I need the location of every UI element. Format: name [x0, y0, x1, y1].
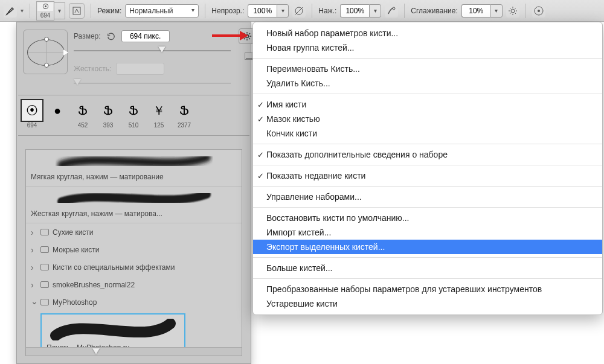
opacity-dd-icon[interactable] [277, 4, 289, 18]
recent-brush-strip: ⦿694●Ֆ452Ֆ393Ֆ510￥125Ֆ2377 [17, 95, 251, 130]
brush-preview-icon: Ֆ [173, 99, 196, 122]
menu-separator [253, 257, 602, 258]
dropdown-chevron-icon[interactable]: ▾ [21, 7, 24, 14]
smoothing-dd-icon[interactable] [490, 4, 503, 18]
flow-dd-icon[interactable] [369, 4, 381, 18]
pressure-opacity-icon[interactable] [292, 4, 306, 18]
hscroll-thumb[interactable] [92, 348, 100, 354]
flow-label: Наж.: [318, 7, 336, 15]
menu-separator [253, 58, 602, 59]
menu-item[interactable]: Преобразованные наборы параметров для ус… [253, 282, 602, 296]
recent-brush-item[interactable]: Ֆ452 [71, 99, 94, 130]
reset-size-icon[interactable] [106, 31, 117, 42]
recent-brush-item[interactable]: Ֆ393 [97, 99, 120, 130]
hardness-label: Жесткость: [74, 65, 111, 73]
folder-item[interactable]: MyPhotoshop [26, 293, 242, 311]
airbrush-icon[interactable] [385, 4, 398, 18]
toolbar-divider [525, 4, 526, 18]
menu-item-label: Новая группа кистей... [266, 43, 354, 53]
opacity-input[interactable] [248, 4, 277, 18]
folder-item[interactable]: Мокрые кисти [26, 241, 242, 258]
brush-settings-icon[interactable] [69, 3, 85, 19]
menu-item[interactable]: ✓Имя кисти [253, 97, 602, 112]
menu-item[interactable]: Новая группа кистей... [253, 40, 602, 55]
menu-item[interactable]: Управление наборами... [253, 190, 602, 204]
opacity-combo[interactable] [248, 4, 289, 18]
folder-item[interactable]: Сухие кисти [26, 223, 242, 241]
brush-picker-value: 694 [37, 12, 53, 19]
toolbar-divider [312, 4, 312, 18]
menu-item[interactable]: Удалить Кисть... [253, 76, 602, 91]
menu-item[interactable]: ✓Показать дополнительные сведения о набо… [253, 147, 602, 162]
brush-preview-icon: Ֆ [71, 99, 94, 122]
menu-item[interactable]: Переименовать Кисть... [253, 62, 602, 76]
check-icon: ✓ [255, 150, 265, 159]
panel-separator [18, 135, 249, 136]
flow-combo[interactable] [340, 4, 381, 18]
disclosure-right-icon[interactable] [31, 280, 37, 290]
brush-list[interactable]: Мягкая круглая, нажим — матированиеЖестк… [25, 149, 242, 356]
brush-tip-angle-control[interactable] [23, 30, 68, 74]
pressure-size-icon[interactable] [532, 4, 545, 18]
size-slider[interactable] [74, 45, 231, 56]
brush-swatch-item[interactable]: Жесткая круглая, нажим — матирова... [26, 187, 242, 223]
brush-size-number: 125 [147, 122, 170, 129]
check-icon: ✓ [255, 100, 265, 109]
disclosure-down-icon[interactable] [31, 298, 37, 307]
folder-item[interactable]: Кисти со специальными эффектами [26, 258, 242, 276]
menu-separator [253, 94, 602, 94]
swatch-label: Мягкая круглая, нажим — матирование [31, 170, 237, 181]
menu-item-label: Восстановить кисти по умолчанию... [266, 213, 409, 223]
menu-item[interactable]: Устаревшие кисти [253, 296, 602, 311]
brush-picker-chevron[interactable] [54, 2, 65, 19]
folder-icon [40, 299, 49, 305]
recent-brush-item[interactable]: ● [46, 99, 69, 130]
folder-label: Мокрые кисти [53, 246, 100, 254]
menu-item[interactable]: Новый набор параметров кисти... [253, 26, 602, 40]
hardness-slider [74, 78, 231, 89]
size-label: Размер: [74, 32, 101, 40]
menu-item-label: Управление наборами... [266, 192, 362, 202]
hardness-input [116, 63, 164, 75]
recent-brush-item[interactable]: Ֆ510 [122, 99, 145, 130]
brush-preview-icon: ⦿ [21, 99, 43, 122]
disclosure-right-icon[interactable] [31, 245, 37, 255]
recent-brush-item[interactable]: Ֆ2377 [173, 99, 196, 130]
smoothing-options-gear-icon[interactable] [506, 4, 519, 18]
menu-item[interactable]: ✓Показать недавние кисти [253, 168, 602, 183]
menu-item[interactable]: Восстановить кисти по умолчанию... [253, 211, 602, 225]
mode-select[interactable]: Нормальный [125, 4, 199, 18]
menu-item[interactable]: Импорт кистей... [253, 225, 602, 240]
folder-icon [40, 281, 49, 288]
flow-input[interactable] [340, 4, 369, 18]
recent-brush-item[interactable]: ⦿694 [21, 99, 43, 130]
disclosure-right-icon[interactable] [31, 228, 37, 237]
menu-separator [253, 165, 602, 165]
brush-tool-icon[interactable] [4, 4, 17, 18]
menu-item[interactable]: Больше кистей... [253, 261, 602, 275]
menu-item[interactable]: Экспорт выделенных кистей... [253, 240, 602, 254]
folder-item[interactable]: smokeBrushes_normal22 [26, 276, 242, 293]
menu-item-label: Устаревшие кисти [266, 299, 338, 308]
menu-item-label: Показать дополнительные сведения о набор… [266, 150, 448, 159]
menu-item-label: Переименовать Кисть... [266, 64, 360, 74]
smoothing-input[interactable] [461, 4, 490, 18]
recent-brush-item[interactable]: ￥125 [147, 99, 170, 130]
smoothing-combo[interactable] [461, 4, 503, 18]
brush-size-number: 510 [122, 122, 145, 129]
disclosure-right-icon[interactable] [31, 263, 37, 272]
brush-swatch-item[interactable]: Мягкая круглая, нажим — матирование [26, 150, 242, 187]
attention-arrow-icon [212, 30, 248, 42]
svg-rect-0 [73, 7, 80, 14]
brush-preview-icon: Ֆ [97, 99, 120, 122]
hscroll-track[interactable] [26, 347, 242, 356]
size-input[interactable] [121, 30, 170, 42]
options-toolbar: ▾ ⦿ 694 Режим: Нормальный Непрозр.: Наж.… [0, 0, 604, 22]
smoothing-label: Сглаживание: [411, 7, 457, 15]
brush-size-number: 452 [71, 122, 94, 129]
menu-item[interactable]: Кончик кисти [253, 126, 602, 141]
svg-point-5 [538, 10, 540, 12]
toolbar-divider [205, 4, 205, 18]
menu-item[interactable]: ✓Мазок кистью [253, 112, 602, 126]
brush-size-picker[interactable]: ⦿ 694 [36, 1, 65, 21]
